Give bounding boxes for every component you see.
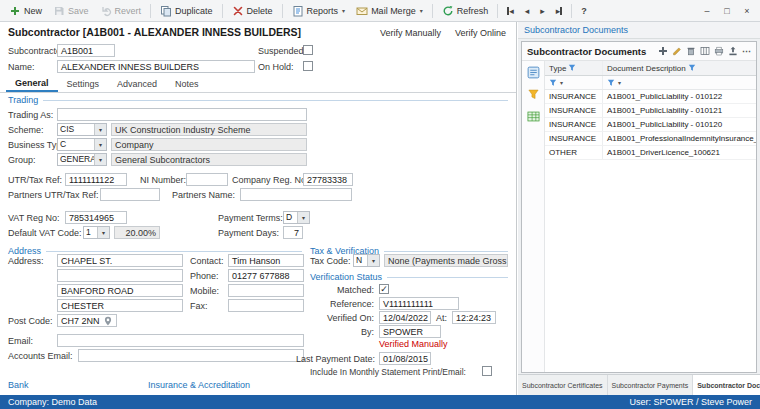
post-code-label: Post Code: [8,316,53,326]
documents-body: Type Document Description ▾ [522,61,756,372]
table-row[interactable]: INSURANCE A1B001_PublicLiability - 01012… [545,104,756,118]
next-record-button[interactable]: ▸ [535,4,550,18]
verification-status-section-header: Verification Status [310,272,508,282]
verified-on-label: Verified On: [296,313,374,323]
verified-by-input[interactable]: SPOWER [379,325,441,338]
column-filter-icon[interactable] [688,64,696,72]
help-button[interactable]: ? [576,4,592,18]
maximize-button[interactable]: □ [718,3,736,19]
grid-view-icon[interactable] [527,110,540,123]
documents-side-strip [522,61,545,372]
columns-icon[interactable] [700,46,710,56]
name-input[interactable]: ALEXANDER INNESS BUILDERS [57,60,255,73]
description-filter-cell[interactable]: ▾ [603,76,756,89]
phone-input[interactable]: 01277 677888 [228,269,304,282]
mobile-input[interactable] [228,284,304,297]
last-payment-input[interactable]: 01/08/2015 [379,352,431,365]
revert-button[interactable]: Revert [95,3,147,19]
payment-terms-select[interactable]: D ▾ [283,211,310,224]
contact-input[interactable]: Tim Hanson [228,254,304,267]
new-button[interactable]: New [4,3,47,19]
duplicate-button[interactable]: Duplicate [155,3,218,19]
form-view-icon[interactable] [527,66,540,79]
suspended-checkbox[interactable] [303,45,313,55]
ni-number-input[interactable] [186,173,228,186]
address-line3-input[interactable]: BANFORD ROAD [57,284,183,297]
scheme-select[interactable]: CIS ▾ [57,123,107,136]
address-section-title: Address [8,246,41,256]
subcontractor-documents-link[interactable]: Subcontractor Documents [524,25,628,35]
minimize-button[interactable]: – [698,3,716,19]
add-document-icon[interactable] [658,46,668,56]
accounts-email-input[interactable] [78,349,304,362]
more-options-icon[interactable]: ⋯ [742,46,751,56]
refresh-button[interactable]: Refresh [437,3,494,19]
address-line2-input[interactable] [57,269,183,282]
verified-on-input[interactable]: 12/04/2022 [379,311,431,324]
chevron-down-icon: ▾ [618,79,621,86]
verified-at-input[interactable]: 12:24:23 [452,311,496,324]
include-statement-checkbox[interactable] [482,366,492,376]
document-description-cell: A1B001_PublicLiability - 010122 [603,90,756,103]
table-row[interactable]: OTHER A1B001_DriverLicence_100621 [545,146,756,160]
trading-as-input[interactable] [57,108,307,121]
email-label: Email: [8,336,33,346]
subcontractor-code-input[interactable]: A1B001 [57,44,115,57]
verify-online-button[interactable]: Verify Online [455,28,506,38]
tab-settings[interactable]: Settings [58,76,109,92]
address-line4-input[interactable]: CHESTER [57,299,183,312]
company-reg-input[interactable]: 27783338 [303,173,353,186]
tab-subcontractor-certificates[interactable]: Subcontractor Certificates [518,375,608,395]
edit-document-icon[interactable] [672,46,682,56]
partners-name-input[interactable] [240,188,352,201]
table-row[interactable]: INSURANCE A1B001_PublicLiability - 01012… [545,118,756,132]
tab-advanced[interactable]: Advanced [108,76,166,92]
save-icon [53,5,65,17]
group-select[interactable]: GENERAL ▾ [57,153,107,166]
table-row[interactable]: INSURANCE A1B001_PublicLiability - 01012… [545,90,756,104]
partners-utr-input[interactable] [100,188,160,201]
fax-input[interactable] [228,299,304,312]
column-filter-icon[interactable] [568,64,576,72]
table-row[interactable]: INSURANCE A1B001_ProfessionalIndemnityIn… [545,132,756,146]
save-button[interactable]: Save [48,3,94,19]
payment-days-input[interactable]: 7 [283,226,303,239]
business-type-select[interactable]: C ▾ [57,138,107,151]
verify-manually-button[interactable]: Verify Manually [380,28,441,38]
contact-label: Contact: [190,256,224,266]
mail-merge-button[interactable]: Mail Merge ▾ [351,3,428,19]
tab-subcontractor-documents[interactable]: Subcontractor Documents [693,375,760,395]
last-record-button[interactable]: ▸ [551,4,568,18]
close-button[interactable]: × [738,3,756,19]
previous-record-button[interactable]: ◂ [520,4,535,18]
filter-funnel-icon[interactable] [527,88,540,101]
delete-document-icon[interactable] [686,46,696,56]
verified-by-label: By: [296,327,374,337]
description-column-header[interactable]: Document Description [603,61,756,75]
bank-link[interactable]: Bank [8,380,29,390]
type-column-header[interactable]: Type [545,61,603,75]
post-code-input[interactable]: CH7 2NN [57,314,117,327]
tab-general[interactable]: General [6,76,58,92]
first-record-button[interactable]: ◂ [502,4,519,18]
vat-reg-input[interactable]: 785314965 [65,211,127,224]
matched-checkbox[interactable]: ✓ [379,284,389,294]
reference-input[interactable]: V1111111111 [379,297,459,310]
tab-subcontractor-payments[interactable]: Subcontractor Payments [608,375,694,395]
accounts-email-label: Accounts Email: [8,351,73,361]
vat-reg-label: VAT Reg No: [8,213,60,223]
tab-notes[interactable]: Notes [166,76,208,92]
reports-button[interactable]: Reports ▾ [287,3,351,19]
map-pin-icon[interactable] [103,316,113,326]
insurance-accreditation-link[interactable]: Insurance & Accreditation [148,380,250,390]
address-line1-input[interactable]: CHAPEL ST. [57,254,183,267]
tax-code-select[interactable]: N ▾ [353,254,380,267]
on-hold-checkbox[interactable] [303,61,313,71]
type-filter-cell[interactable]: ▾ [545,76,603,89]
email-input[interactable] [57,334,304,347]
delete-button[interactable]: Delete [227,3,278,19]
default-vat-select[interactable]: 1 ▾ [83,226,110,239]
export-icon[interactable] [728,46,738,56]
utr-input[interactable]: 1111111122 [65,173,127,186]
print-icon[interactable] [714,46,724,56]
